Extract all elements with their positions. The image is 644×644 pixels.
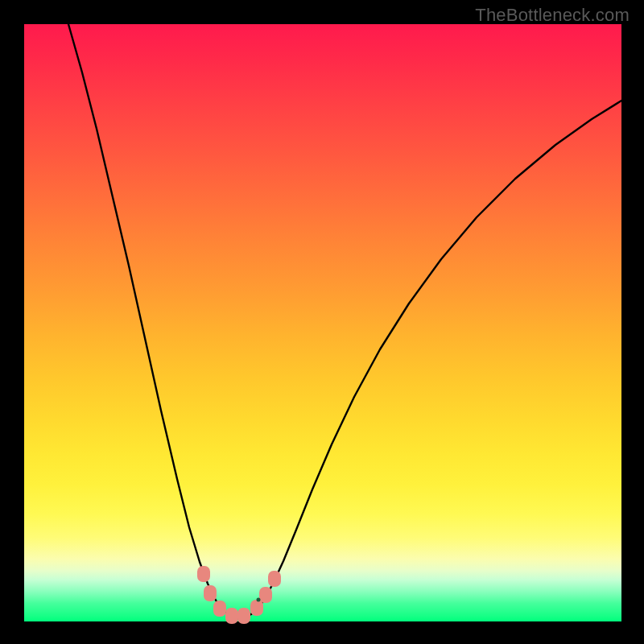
curve-marker: [204, 585, 217, 601]
curve-marker: [225, 608, 238, 624]
curve-marker: [268, 571, 281, 587]
curve-marker: [197, 566, 210, 582]
curve-marker: [213, 601, 226, 617]
notch-point: [257, 598, 261, 602]
curve-marker: [237, 608, 250, 624]
watermark-text: TheBottleneck.com: [475, 5, 630, 26]
chart-plot-area: [24, 24, 621, 621]
curve-marker: [259, 587, 272, 603]
curve-markers: [24, 24, 621, 621]
